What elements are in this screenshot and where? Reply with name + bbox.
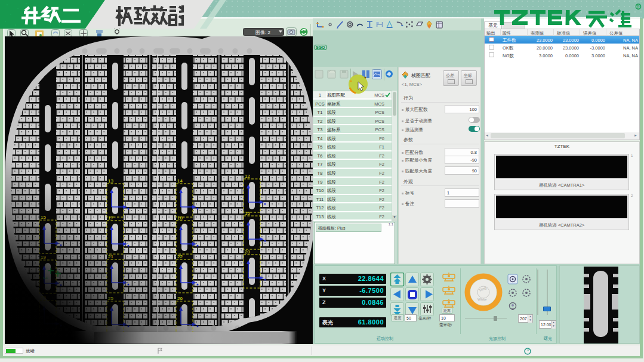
svg-text:图像: 2: 图像: 2 [255,30,270,35]
svg-text:White: White [477,298,487,301]
svg-text:R: R [637,5,640,9]
